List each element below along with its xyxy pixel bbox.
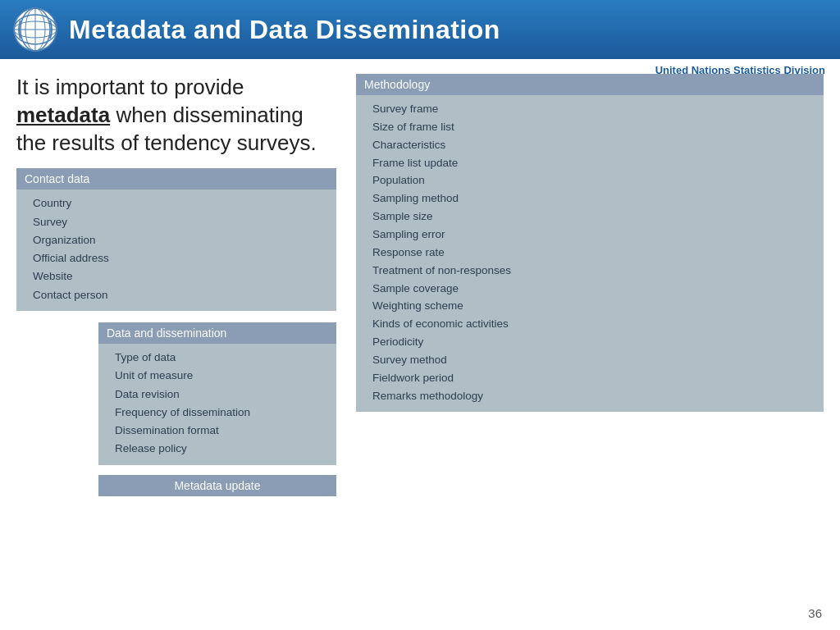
list-item: Sampling error (372, 226, 815, 244)
list-item: Frame list update (372, 154, 815, 172)
list-item: Kinds of economic activities (372, 315, 815, 333)
list-item: Survey frame (372, 100, 815, 118)
dissemination-box-header: Data and dissemination (98, 322, 336, 344)
right-column: Methodology Survey frame Size of frame l… (356, 74, 824, 496)
header: Metadata and Data Dissemination (0, 0, 840, 59)
list-item: Sample size (372, 208, 815, 226)
metadata-update-header: Metadata update (98, 475, 336, 496)
methodology-box: Methodology Survey frame Size of frame l… (356, 74, 824, 412)
list-item: Characteristics (372, 136, 815, 154)
list-item: Size of frame list (372, 118, 815, 136)
dissemination-box-inner: Type of data Unit of measure Data revisi… (98, 344, 336, 465)
list-item: Survey (33, 213, 328, 231)
list-item: Remarks methodology (372, 387, 815, 405)
list-item: Response rate (372, 244, 815, 262)
list-item: Treatment of non-responses (372, 262, 815, 280)
methodology-box-header: Methodology (356, 74, 824, 95)
list-item: Unit of measure (115, 367, 328, 385)
list-item: Sampling method (372, 189, 815, 208)
dissemination-box: Data and dissemination Type of data Unit… (98, 322, 336, 465)
list-item: Population (372, 171, 815, 189)
list-item: Country (33, 194, 328, 212)
contact-box: Contact data Country Survey Organization… (16, 168, 336, 311)
list-item: Periodicity (372, 333, 815, 351)
list-item: Survey method (372, 351, 815, 369)
list-item: Website (33, 267, 328, 285)
list-item: Type of data (115, 349, 328, 367)
list-item: Contact person (33, 286, 328, 304)
list-item: Fieldwork period (372, 369, 815, 387)
list-item: Frequency of dissemination (115, 404, 328, 422)
list-item: Data revision (115, 386, 328, 404)
metadata-update-box: Metadata update (98, 475, 336, 496)
list-item: Sample coverage (372, 280, 815, 298)
methodology-box-inner: Survey frame Size of frame list Characte… (356, 95, 824, 412)
list-item: Official address (33, 249, 328, 267)
contact-box-inner: Country Survey Organization Official add… (16, 189, 336, 311)
un-division-label: United Nations Statistics Division (655, 64, 825, 76)
un-logo-icon (13, 7, 57, 52)
intro-text-plain: It is important to provide (16, 75, 244, 99)
main-content: It is important to provide metadata when… (0, 59, 840, 504)
intro-paragraph: It is important to provide metadata when… (16, 74, 336, 157)
list-item: Weighting scheme (372, 297, 815, 315)
page-number: 36 (808, 606, 822, 620)
left-column: It is important to provide metadata when… (16, 74, 336, 496)
list-item: Organization (33, 231, 328, 249)
contact-box-header: Contact data (16, 168, 336, 189)
list-item: Dissemination format (115, 422, 328, 440)
intro-metadata-word: metadata (16, 103, 110, 127)
page-title: Metadata and Data Dissemination (69, 15, 500, 45)
list-item: Release policy (115, 440, 328, 458)
